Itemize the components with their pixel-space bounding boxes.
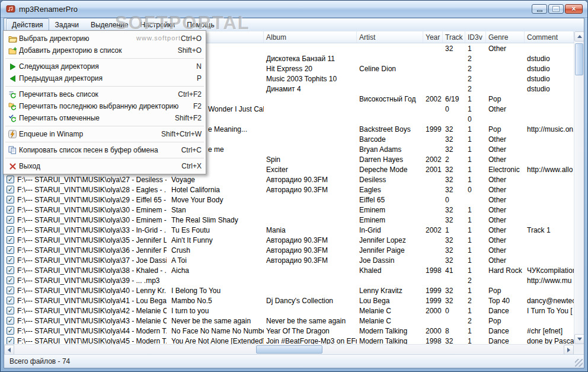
minimize-button[interactable] [532, 4, 547, 14]
menubar-item-0[interactable]: Действия [6, 18, 49, 31]
row-checkbox[interactable]: ✓ [7, 337, 14, 344]
id3v-cell: 1 [465, 44, 486, 53]
menu-item[interactable]: Перечитать весь списокCtrl+F2 [4, 88, 205, 100]
action-menu: Выбрать директориюCtrl+OДобавить директо… [3, 30, 206, 174]
artist-cell: Modern Talking [357, 327, 423, 335]
menu-item-shortcut: Shift+O [167, 46, 202, 55]
table-row[interactable]: ✓F:\--- STARUI_VINT\MUSIK\olya\39 - ... … [4, 275, 574, 285]
album-cell: Mania [264, 226, 357, 234]
row-checkbox[interactable]: ✓ [7, 266, 14, 274]
row-checkbox[interactable]: ✓ [7, 297, 14, 304]
genre-cell: Other [486, 155, 525, 164]
row-checkbox[interactable]: ✓ [7, 206, 14, 214]
table-row[interactable]: ✓F:\--- STARUI_VINT\MUSIK\olya\30 - Emin… [4, 205, 574, 215]
column-header-id3v[interactable]: ID3v [465, 31, 486, 43]
column-header-album[interactable]: Album [264, 31, 357, 43]
row-checkbox[interactable]: ✓ [7, 176, 14, 183]
menubar-item-2[interactable]: Выделение [85, 18, 135, 31]
menubar-item-4[interactable]: Помощь [181, 18, 220, 31]
row-checkbox[interactable]: ✓ [7, 186, 14, 193]
menu-item[interactable]: Добавить директорию в списокShift+O [4, 44, 205, 56]
table-row[interactable]: ✓F:\--- STARUI_VINT\MUSIK\olya\28 - Eagl… [4, 185, 574, 195]
status-text: Всего файлов - 74 [9, 357, 70, 365]
genre-cell: Top 40 [486, 297, 525, 305]
artist-cell: Barcode [357, 135, 423, 144]
table-row[interactable]: ✓F:\--- STARUI_VINT\MUSIK\olya\30 - Emin… [4, 215, 574, 225]
table-row[interactable]: ✓F:\--- STARUI_VINT\MUSIK\olya\37 - Joe … [4, 255, 574, 265]
column-header-year[interactable]: Year [423, 31, 443, 43]
row-checkbox[interactable]: ✓ [7, 236, 14, 244]
genre-cell: Dance [486, 327, 525, 335]
column-header-track[interactable]: Track [443, 31, 465, 43]
row-checkbox[interactable]: ✓ [7, 307, 14, 314]
menu-item[interactable]: Следующая директорияN [4, 61, 205, 72]
row-checkbox[interactable]: ✓ [7, 287, 14, 294]
comment-cell: http://music.on. [525, 125, 574, 133]
table-row[interactable]: ✓F:\--- STARUI_VINT\MUSIK\olya\33 - In-G… [4, 225, 574, 235]
table-row[interactable]: ✓F:\--- STARUI_VINT\MUSIK\olya\41 - Lou … [4, 295, 574, 306]
close-button[interactable]: × [565, 4, 583, 14]
genre-cell: Electronic [486, 166, 525, 174]
menu-item[interactable]: Перечитать последнюю выбранную директори… [4, 100, 205, 112]
vertical-scroll-thumb[interactable] [575, 43, 583, 75]
table-row[interactable]: ✓F:\--- STARUI_VINT\MUSIK\olya\36 - Jenn… [4, 245, 574, 255]
vertical-scrollbar[interactable] [574, 31, 584, 344]
column-header-comment[interactable]: Comment [525, 31, 574, 43]
table-row[interactable]: ✓F:\--- STARUI_VINT\MUSIK\olya\44 - Mode… [4, 326, 574, 336]
menu-item[interactable]: Выбрать директориюCtrl+O [4, 33, 205, 44]
scroll-down-button[interactable] [574, 334, 584, 344]
menubar: ДействияЗадачиВыделениеНастройкиПомощь [4, 18, 584, 31]
track-cell: 6/19 [443, 95, 465, 103]
table-row[interactable]: ✓F:\--- STARUI_VINT\MUSIK\olya\35 - Jenn… [4, 235, 574, 245]
menu-item[interactable]: ВыходCtrl+X [4, 160, 205, 172]
horizontal-scrollbar[interactable] [4, 344, 574, 354]
scroll-up-button[interactable] [574, 31, 584, 42]
column-header-genre[interactable]: Genre [486, 31, 525, 43]
row-checkbox[interactable]: ✓ [7, 276, 14, 284]
menu-item[interactable]: Копировать список песен в буфер обменаCt… [4, 144, 205, 156]
maximize-button[interactable] [548, 4, 564, 14]
album-cell: Dj Dancy's Collection [264, 297, 357, 305]
table-row[interactable]: ✓F:\--- STARUI_VINT\MUSIK\olya\43 - Mela… [4, 316, 574, 326]
table-row[interactable]: ✓F:\--- STARUI_VINT\MUSIK\olya\38 - Khal… [4, 265, 574, 275]
row-checkbox[interactable]: ✓ [7, 216, 14, 224]
year-cell: 1998 [423, 337, 443, 345]
previous-directory-icon [6, 75, 19, 82]
app-icon[interactable] [6, 4, 15, 14]
resize-grip[interactable] [575, 359, 583, 367]
menubar-item-1[interactable]: Задачи [49, 18, 85, 31]
horizontal-scroll-thumb[interactable] [256, 345, 322, 354]
table-row[interactable]: ✓F:\--- STARUI_VINT\MUSIK\olya\42 - Mela… [4, 306, 574, 316]
title-cell: Move Your Body [169, 196, 264, 204]
table-row[interactable]: ✓F:\--- STARUI_VINT\MUSIK\olya\29 - Eiff… [4, 195, 574, 205]
title-cell: Tu Es Foutu [169, 226, 264, 234]
track-cell: 32 [443, 44, 465, 53]
file-cell: ✓F:\--- STARUI_VINT\MUSIK\olya\37 - Joe … [4, 256, 169, 265]
copy-icon [6, 146, 19, 154]
menu-item-label: Предыдущая директория [19, 74, 103, 82]
menu-item[interactable]: Предыдущая директорияP [4, 72, 205, 84]
row-checkbox[interactable]: ✓ [7, 226, 14, 234]
table-row[interactable]: ✓F:\--- STARUI_VINT\MUSIK\olya\40 - Lenn… [4, 285, 574, 295]
genre-cell: Dance [486, 337, 525, 345]
row-checkbox[interactable]: ✓ [7, 246, 14, 254]
menubar-item-3[interactable]: Настройки [134, 18, 181, 31]
menu-item[interactable]: Enqueue in WinampShift+Ctrl+W [4, 128, 205, 140]
row-checkbox[interactable]: ✓ [7, 327, 14, 335]
title-cell: Never be the same again [169, 317, 264, 325]
scroll-left-button[interactable] [4, 345, 14, 354]
row-checkbox[interactable]: ✓ [7, 196, 14, 204]
table-row[interactable]: ✓F:\--- STARUI_VINT\MUSIK\olya\27 - Desi… [4, 174, 574, 185]
row-checkbox[interactable]: ✓ [7, 317, 14, 325]
artist-cell: Depeche Mode [357, 166, 423, 174]
menu-item[interactable]: Перечитать отмеченныеShift+F2 [4, 112, 205, 124]
row-checkbox[interactable]: ✓ [7, 256, 14, 264]
column-header-artist[interactable]: Artist [357, 31, 423, 43]
scroll-right-button[interactable] [564, 345, 574, 354]
menu-item-shortcut: Ctrl+F2 [167, 90, 202, 98]
artist-cell: Celine Dion [357, 65, 423, 73]
id3v-cell: 1 [465, 256, 486, 265]
menu-item-label: Выход [19, 162, 40, 170]
table-row[interactable]: ✓F:\--- STARUI_VINT\MUSIK\olya\45 - Mode… [4, 336, 574, 344]
titlebar[interactable]: mp3RenamerPro × [1, 1, 587, 18]
